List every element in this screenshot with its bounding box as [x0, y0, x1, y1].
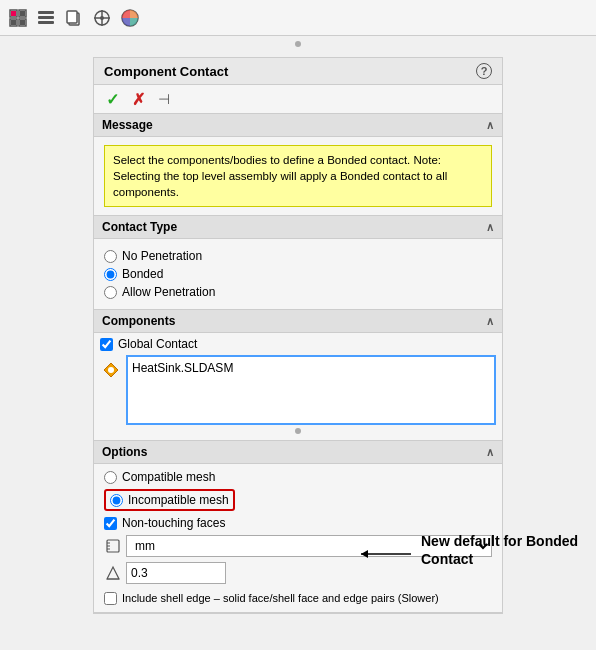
toolbar-copy-icon[interactable] — [62, 6, 86, 30]
annotation-arrow-icon — [356, 544, 416, 564]
unit-icon — [104, 537, 122, 555]
bonded-radio[interactable] — [104, 268, 117, 281]
cancel-button[interactable]: ✗ — [128, 89, 148, 109]
svg-rect-10 — [38, 21, 54, 24]
panel-actions: ✓ ✗ ⊣ — [94, 85, 502, 114]
allow-penetration-option[interactable]: Allow Penetration — [104, 285, 492, 299]
toolbar-list-icon[interactable] — [34, 6, 58, 30]
toolbar — [0, 0, 596, 36]
options-chevron-icon: ∧ — [486, 446, 494, 459]
message-text: Select the components/bodies to define a… — [104, 145, 492, 207]
compatible-mesh-option[interactable]: Compatible mesh — [104, 470, 492, 484]
annotation: New default for Bonded Contact — [416, 532, 586, 568]
bonded-label: Bonded — [122, 267, 163, 281]
svg-rect-5 — [20, 11, 25, 16]
incompatible-mesh-label: Incompatible mesh — [128, 493, 229, 507]
no-penetration-label: No Penetration — [122, 249, 202, 263]
compatible-mesh-label: Compatible mesh — [122, 470, 215, 484]
non-touching-faces-label: Non-touching faces — [122, 516, 225, 530]
components-section: Components ∧ Global Contact H — [94, 310, 502, 441]
shell-edge-label: Include shell edge – solid face/shell fa… — [122, 591, 439, 605]
component-list-icon — [100, 355, 122, 425]
components-content: Global Contact HeatSink.SLDASM — [94, 333, 502, 440]
tolerance-icon — [104, 564, 122, 582]
panel: Component Contact ? ✓ ✗ ⊣ Message ∧ Sele… — [93, 57, 503, 614]
bonded-option[interactable]: Bonded — [104, 267, 492, 281]
svg-rect-4 — [11, 11, 16, 16]
incompatible-mesh-radio[interactable] — [110, 494, 123, 507]
allow-penetration-radio[interactable] — [104, 286, 117, 299]
angle-icon — [105, 565, 121, 581]
message-chevron-icon: ∧ — [486, 119, 494, 132]
main-container: Component Contact ? ✓ ✗ ⊣ Message ∧ Sele… — [0, 52, 596, 619]
shell-edge-option[interactable]: Include shell edge – solid face/shell fa… — [104, 591, 492, 605]
no-penetration-radio[interactable] — [104, 250, 117, 263]
contact-type-radio-group: No Penetration Bonded Allow Penetration — [104, 245, 492, 303]
non-touching-faces-option[interactable]: Non-touching faces — [104, 516, 492, 530]
svg-marker-24 — [107, 567, 119, 579]
compatible-mesh-radio[interactable] — [104, 471, 117, 484]
toolbar-chart-icon[interactable] — [118, 6, 142, 30]
svg-rect-9 — [38, 16, 54, 19]
panel-title: Component Contact — [104, 64, 228, 79]
confirm-button[interactable]: ✓ — [102, 89, 122, 109]
help-icon[interactable]: ? — [476, 63, 492, 79]
svg-rect-12 — [67, 11, 77, 23]
components-chevron-icon: ∧ — [486, 315, 494, 328]
component-selector-icon — [100, 359, 122, 381]
message-section-content: Select the components/bodies to define a… — [94, 137, 502, 215]
message-section-header[interactable]: Message ∧ — [94, 114, 502, 137]
svg-marker-27 — [361, 550, 368, 558]
no-penetration-option[interactable]: No Penetration — [104, 249, 492, 263]
allow-penetration-label: Allow Penetration — [122, 285, 215, 299]
svg-point-16 — [100, 16, 104, 20]
components-section-title: Components — [102, 314, 175, 328]
global-contact-checkbox[interactable] — [100, 338, 113, 351]
incompatible-mesh-option[interactable]: Incompatible mesh — [104, 489, 235, 511]
svg-rect-6 — [11, 20, 16, 25]
non-touching-faces-checkbox[interactable] — [104, 517, 117, 530]
component-list[interactable]: HeatSink.SLDASM — [126, 355, 496, 425]
shell-edge-checkbox[interactable] — [104, 592, 117, 605]
options-section-header[interactable]: Options ∧ — [94, 441, 502, 464]
tolerance-input[interactable] — [126, 562, 226, 584]
message-section-title: Message — [102, 118, 153, 132]
panel-header: Component Contact ? — [94, 58, 502, 85]
global-contact-label: Global Contact — [118, 337, 197, 351]
svg-point-19 — [108, 367, 114, 373]
message-section: Message ∧ Select the components/bodies t… — [94, 114, 502, 216]
contact-type-section-header[interactable]: Contact Type ∧ — [94, 216, 502, 239]
pin-button[interactable]: ⊣ — [154, 89, 174, 109]
options-section: Options ∧ Compatible mesh Incompatible m… — [94, 441, 502, 612]
contact-type-content: No Penetration Bonded Allow Penetration — [94, 239, 502, 309]
options-section-title: Options — [102, 445, 147, 459]
component-list-container: HeatSink.SLDASM — [100, 355, 496, 425]
toolbar-grid-icon[interactable] — [6, 6, 30, 30]
component-list-item: HeatSink.SLDASM — [132, 361, 490, 375]
resize-handle — [0, 36, 596, 52]
contact-type-section-title: Contact Type — [102, 220, 177, 234]
ruler-icon — [105, 538, 121, 554]
svg-rect-8 — [38, 11, 54, 14]
global-contact-checkbox-item[interactable]: Global Contact — [100, 337, 496, 351]
toolbar-crosshair-icon[interactable] — [90, 6, 114, 30]
components-section-header[interactable]: Components ∧ — [94, 310, 502, 333]
incompatible-mesh-row: Incompatible mesh — [104, 489, 492, 511]
annotation-text: New default for Bonded Contact — [421, 532, 586, 568]
svg-rect-7 — [20, 20, 25, 25]
contact-type-chevron-icon: ∧ — [486, 221, 494, 234]
contact-type-section: Contact Type ∧ No Penetration Bonded Al — [94, 216, 502, 310]
